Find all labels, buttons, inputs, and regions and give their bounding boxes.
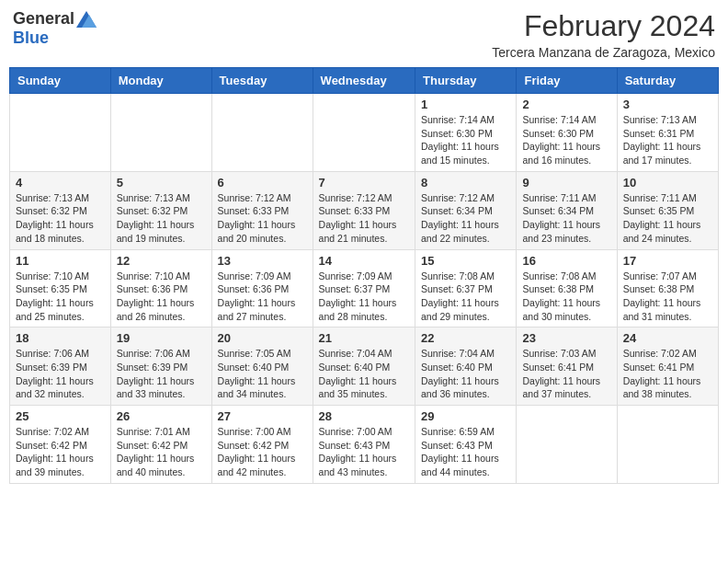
day-number: 25: [16, 409, 105, 423]
day-info: Sunrise: 7:06 AM Sunset: 6:39 PM Dayligh…: [16, 347, 105, 401]
day-header-sunday: Sunday: [10, 68, 111, 94]
calendar-cell: 12Sunrise: 7:10 AM Sunset: 6:36 PM Dayli…: [110, 249, 211, 327]
day-info: Sunrise: 7:04 AM Sunset: 6:40 PM Dayligh…: [421, 347, 510, 401]
day-number: 1: [421, 98, 510, 111]
day-info: Sunrise: 7:02 AM Sunset: 6:41 PM Dayligh…: [623, 347, 712, 401]
header: General Blue February 2024 Tercera Manza…: [9, 9, 719, 60]
calendar-cell: 16Sunrise: 7:08 AM Sunset: 6:38 PM Dayli…: [517, 249, 617, 327]
calendar-cell: 15Sunrise: 7:08 AM Sunset: 6:37 PM Dayli…: [415, 249, 517, 327]
day-info: Sunrise: 7:12 AM Sunset: 6:33 PM Dayligh…: [218, 191, 307, 246]
day-info: Sunrise: 7:12 AM Sunset: 6:34 PM Dayligh…: [421, 191, 510, 246]
day-info: Sunrise: 7:06 AM Sunset: 6:39 PM Dayligh…: [117, 347, 206, 401]
calendar-cell: 23Sunrise: 7:03 AM Sunset: 6:41 PM Dayli…: [517, 327, 617, 406]
day-number: 2: [522, 98, 610, 111]
logo-icon: [76, 11, 97, 28]
logo: General: [13, 9, 97, 29]
day-number: 16: [522, 254, 610, 268]
calendar-cell: 29Sunrise: 6:59 AM Sunset: 6:43 PM Dayli…: [415, 406, 517, 484]
logo-area: General Blue: [13, 9, 97, 48]
day-info: Sunrise: 7:14 AM Sunset: 6:30 PM Dayligh…: [522, 113, 610, 167]
day-number: 22: [421, 331, 510, 345]
day-info: Sunrise: 7:04 AM Sunset: 6:40 PM Dayligh…: [319, 347, 409, 401]
day-header-thursday: Thursday: [415, 68, 517, 94]
day-header-friday: Friday: [517, 68, 617, 94]
day-info: Sunrise: 7:08 AM Sunset: 6:38 PM Dayligh…: [522, 270, 610, 324]
day-info: Sunrise: 7:13 AM Sunset: 6:32 PM Dayligh…: [16, 191, 105, 246]
calendar-cell: 18Sunrise: 7:06 AM Sunset: 6:39 PM Dayli…: [10, 327, 111, 406]
calendar-cell: 19Sunrise: 7:06 AM Sunset: 6:39 PM Dayli…: [110, 327, 211, 406]
day-number: 8: [421, 176, 510, 190]
day-number: 11: [16, 254, 105, 268]
day-info: Sunrise: 6:59 AM Sunset: 6:43 PM Dayligh…: [421, 425, 510, 479]
day-number: 26: [117, 409, 206, 423]
week-row-3: 11Sunrise: 7:10 AM Sunset: 6:35 PM Dayli…: [10, 249, 719, 327]
calendar-cell: 11Sunrise: 7:10 AM Sunset: 6:35 PM Dayli…: [10, 249, 111, 327]
day-number: 17: [623, 254, 712, 268]
day-info: Sunrise: 7:11 AM Sunset: 6:34 PM Dayligh…: [522, 191, 610, 246]
day-number: 24: [623, 331, 712, 345]
calendar-cell: 25Sunrise: 7:02 AM Sunset: 6:42 PM Dayli…: [10, 406, 111, 484]
calendar-cell: 2Sunrise: 7:14 AM Sunset: 6:30 PM Daylig…: [517, 94, 617, 172]
day-header-wednesday: Wednesday: [313, 68, 415, 94]
day-info: Sunrise: 7:09 AM Sunset: 6:37 PM Dayligh…: [319, 270, 409, 324]
day-number: 20: [218, 331, 307, 345]
calendar-cell: 28Sunrise: 7:00 AM Sunset: 6:43 PM Dayli…: [313, 406, 415, 484]
day-info: Sunrise: 7:09 AM Sunset: 6:36 PM Dayligh…: [218, 270, 307, 324]
calendar-cell: 20Sunrise: 7:05 AM Sunset: 6:40 PM Dayli…: [211, 327, 313, 406]
calendar-cell: 4Sunrise: 7:13 AM Sunset: 6:32 PM Daylig…: [10, 171, 111, 249]
day-info: Sunrise: 7:07 AM Sunset: 6:38 PM Dayligh…: [623, 270, 712, 324]
day-info: Sunrise: 7:10 AM Sunset: 6:36 PM Dayligh…: [117, 270, 206, 324]
day-number: 5: [117, 176, 206, 190]
week-row-1: 1Sunrise: 7:14 AM Sunset: 6:30 PM Daylig…: [10, 94, 719, 172]
day-number: 9: [522, 176, 610, 190]
day-number: 13: [218, 254, 307, 268]
day-number: 21: [319, 331, 409, 345]
day-number: 3: [623, 98, 712, 111]
calendar-cell: 7Sunrise: 7:12 AM Sunset: 6:33 PM Daylig…: [313, 171, 415, 249]
day-info: Sunrise: 7:01 AM Sunset: 6:42 PM Dayligh…: [117, 425, 206, 479]
day-info: Sunrise: 7:13 AM Sunset: 6:31 PM Dayligh…: [623, 113, 712, 167]
day-number: 28: [319, 409, 409, 423]
day-info: Sunrise: 7:05 AM Sunset: 6:40 PM Dayligh…: [218, 347, 307, 401]
day-info: Sunrise: 7:03 AM Sunset: 6:41 PM Dayligh…: [522, 347, 610, 401]
calendar-cell: [313, 94, 415, 172]
day-number: 12: [117, 254, 206, 268]
day-info: Sunrise: 7:10 AM Sunset: 6:35 PM Dayligh…: [16, 270, 105, 324]
day-info: Sunrise: 7:08 AM Sunset: 6:37 PM Dayligh…: [421, 270, 510, 324]
day-number: 23: [522, 331, 610, 345]
day-number: 14: [319, 254, 409, 268]
day-info: Sunrise: 7:13 AM Sunset: 6:32 PM Dayligh…: [117, 191, 206, 246]
logo-blue-text: Blue: [13, 29, 49, 48]
day-header-saturday: Saturday: [617, 68, 718, 94]
header-row: SundayMondayTuesdayWednesdayThursdayFrid…: [10, 68, 719, 94]
subtitle: Tercera Manzana de Zaragoza, Mexico: [492, 45, 715, 60]
calendar-cell: [110, 94, 211, 172]
calendar-cell: 22Sunrise: 7:04 AM Sunset: 6:40 PM Dayli…: [415, 327, 517, 406]
calendar-cell: 1Sunrise: 7:14 AM Sunset: 6:30 PM Daylig…: [415, 94, 517, 172]
calendar-cell: [517, 406, 617, 484]
day-number: 10: [623, 176, 712, 190]
calendar-cell: 9Sunrise: 7:11 AM Sunset: 6:34 PM Daylig…: [517, 171, 617, 249]
week-row-4: 18Sunrise: 7:06 AM Sunset: 6:39 PM Dayli…: [10, 327, 719, 406]
day-number: 4: [16, 176, 105, 190]
calendar-cell: 27Sunrise: 7:00 AM Sunset: 6:42 PM Dayli…: [211, 406, 313, 484]
calendar-cell: 13Sunrise: 7:09 AM Sunset: 6:36 PM Dayli…: [211, 249, 313, 327]
day-number: 7: [319, 176, 409, 190]
day-number: 6: [218, 176, 307, 190]
calendar-cell: 6Sunrise: 7:12 AM Sunset: 6:33 PM Daylig…: [211, 171, 313, 249]
day-info: Sunrise: 7:11 AM Sunset: 6:35 PM Dayligh…: [623, 191, 712, 246]
calendar-cell: 21Sunrise: 7:04 AM Sunset: 6:40 PM Dayli…: [313, 327, 415, 406]
calendar-cell: 10Sunrise: 7:11 AM Sunset: 6:35 PM Dayli…: [617, 171, 718, 249]
calendar-cell: [10, 94, 111, 172]
calendar-cell: 8Sunrise: 7:12 AM Sunset: 6:34 PM Daylig…: [415, 171, 517, 249]
day-info: Sunrise: 7:00 AM Sunset: 6:42 PM Dayligh…: [218, 425, 307, 479]
day-number: 27: [218, 409, 307, 423]
month-title: February 2024: [492, 9, 715, 43]
week-row-5: 25Sunrise: 7:02 AM Sunset: 6:42 PM Dayli…: [10, 406, 719, 484]
calendar-cell: [211, 94, 313, 172]
logo-general-text: General: [13, 9, 74, 29]
calendar-cell: [617, 406, 718, 484]
calendar-table: SundayMondayTuesdayWednesdayThursdayFrid…: [9, 67, 719, 484]
title-area: February 2024 Tercera Manzana de Zaragoz…: [492, 9, 715, 60]
calendar-cell: 3Sunrise: 7:13 AM Sunset: 6:31 PM Daylig…: [617, 94, 718, 172]
